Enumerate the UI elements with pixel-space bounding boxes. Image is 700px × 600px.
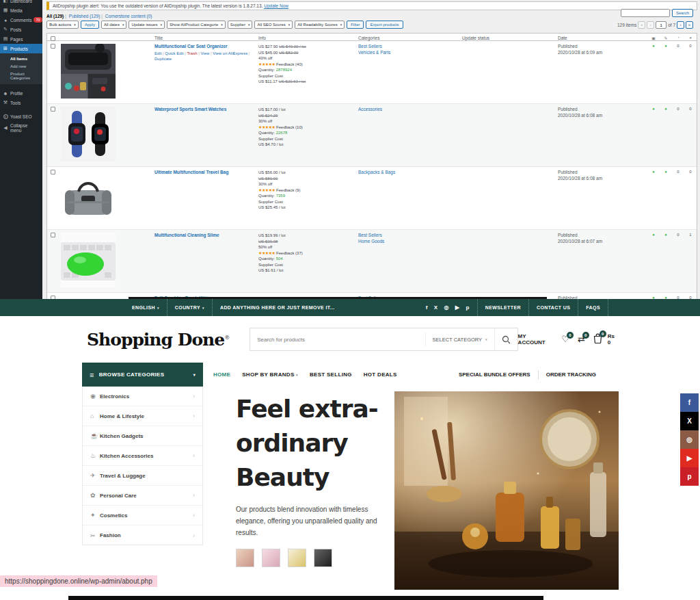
product-thumbnail[interactable] [61, 107, 116, 161]
faqs-link[interactable]: FAQS [586, 305, 600, 310]
youtube-icon[interactable]: ▶ [455, 304, 460, 311]
nav-order-tracking[interactable]: ORDER TRACKING [546, 371, 596, 378]
supplier-select[interactable]: Supplier▾ [228, 21, 253, 29]
products-search-input[interactable] [621, 9, 670, 17]
category-item-cosmetics[interactable]: ✦Cosmetics› [83, 506, 202, 525]
category-item-travel-luggage[interactable]: ✈Travel & Luggage [83, 466, 202, 486]
category-item-fashion[interactable]: ✂Fashion› [83, 525, 202, 545]
sidebar-item-products[interactable]: ⊞ Products [0, 44, 42, 53]
nav-shop-by-brands[interactable]: SHOP BY BRANDS ▾ [242, 371, 298, 378]
nav-home[interactable]: HOME [213, 371, 230, 378]
bulk-actions-select[interactable]: Bulk actions▾ [46, 21, 79, 29]
my-account-link[interactable]: MY ACCOUNT [518, 333, 554, 345]
select-all-checkbox[interactable] [51, 36, 55, 41]
nav-best-selling[interactable]: BEST SELLING [310, 371, 352, 378]
export-products-button[interactable]: Export products [366, 21, 403, 29]
prev-page-button[interactable]: ‹ [647, 21, 654, 29]
sidebar-item-media[interactable]: ▦ Media [0, 5, 42, 15]
col-title[interactable]: Title [154, 36, 258, 40]
cart-button[interactable]: 0 [593, 333, 602, 345]
sidebar-item-posts[interactable]: ✎ Posts [0, 25, 42, 34]
submenu-product-categories[interactable]: Product Categories [0, 70, 42, 81]
sidebar-item-yoast-seo[interactable]: Y Yoast SEO [0, 112, 42, 121]
language-select[interactable]: ENGLISH▾ [132, 305, 159, 310]
instagram-icon[interactable]: ◎ [680, 430, 699, 449]
instagram-icon[interactable]: ◎ [444, 304, 448, 311]
sidebar-item-profile[interactable]: ☻ Profile [0, 89, 42, 98]
duplicate-link[interactable]: Duplicate [154, 57, 172, 61]
sidebar-item-tools[interactable]: ⚒ Tools [0, 98, 42, 107]
product-title-link[interactable]: Ultimate Multifunctional Travel Bag [154, 170, 228, 175]
pinterest-icon[interactable]: p [680, 467, 699, 486]
newsletter-link[interactable]: NEWSLETTER [485, 305, 521, 310]
product-thumbnail[interactable] [61, 44, 116, 99]
category-item-electronics[interactable]: ◉Electronics› [83, 387, 202, 406]
youtube-icon[interactable]: ▶ [680, 449, 699, 467]
submenu-add-new[interactable]: Add new [0, 62, 42, 70]
dates-select[interactable]: All dates▾ [101, 21, 127, 29]
category-link[interactable]: Vehicles & Parts [358, 50, 462, 56]
product-title-link[interactable]: Waterproof Sports Smart Watches [154, 107, 226, 112]
submenu-all-items[interactable]: All Items [0, 55, 42, 62]
country-select[interactable]: COUNTRY▾ [175, 305, 204, 310]
product-title-link[interactable]: Multifunctional Cleaning Slime [154, 233, 219, 238]
sidebar-item-comments[interactable]: ● Comments 70 [0, 15, 42, 25]
hero-thumbnail[interactable] [236, 549, 254, 567]
category-item-kitchen-accessories[interactable]: ♨Kitchen Accessories› [83, 446, 202, 466]
product-thumbnail[interactable] [61, 170, 116, 224]
product-thumbnail[interactable] [61, 233, 116, 287]
view-all-link[interactable]: All (129) [46, 14, 64, 18]
search-button[interactable]: Search [672, 9, 693, 17]
category-item-personal-care[interactable]: ✿Personal Care› [83, 486, 202, 506]
category-link[interactable]: Best Sellers [358, 44, 462, 50]
shop-logo[interactable]: Shopping Done® [87, 330, 229, 350]
facebook-icon[interactable]: f [426, 304, 428, 311]
category-link[interactable]: Backpacks & Bags [358, 170, 462, 176]
update-now-link[interactable]: Update Now [264, 3, 288, 8]
view-link[interactable]: View [200, 51, 209, 55]
quick-edit-link[interactable]: Quick Edit [165, 51, 183, 55]
product-title-link[interactable]: Multifunctional Car Seat Organizer [154, 44, 228, 49]
browse-categories-button[interactable]: ≡ BROWSE CATEGORIES ▾ [82, 363, 203, 387]
contact-us-link[interactable]: CONTACT US [537, 305, 570, 310]
category-select[interactable]: SELECT CATEGORY▾ [425, 332, 494, 345]
sidebar-item-dashboard[interactable]: ◧ Dashboard [0, 0, 42, 5]
sidebar-item-collapse-menu[interactable]: ◀ Collapse menu [0, 121, 42, 135]
edit-link[interactable]: Edit [154, 51, 161, 55]
compare-button[interactable]: ⇄0 [578, 335, 585, 344]
row-checkbox[interactable] [51, 107, 55, 112]
x-icon[interactable]: X [434, 304, 438, 311]
category-link[interactable]: Home Goods [358, 239, 462, 245]
x-icon[interactable]: X [680, 412, 699, 430]
apply-button[interactable]: Apply [81, 21, 99, 29]
view-published-link[interactable]: Published (129) [69, 14, 100, 18]
seo-scores-select[interactable]: All SEO Scores▾ [254, 21, 293, 29]
category-link[interactable]: Accessories [358, 107, 462, 113]
category-link[interactable]: Best Sellers [358, 233, 462, 239]
pinterest-icon[interactable]: p [466, 304, 469, 311]
hero-thumbnail[interactable] [262, 549, 280, 567]
nav-special-bundle-offers[interactable]: SPECIAL BUNDLE OFFERS [459, 371, 530, 378]
aliproduct-categories-select[interactable]: Show AliProduct Categorie▾ [167, 21, 226, 29]
filter-button[interactable]: Filter [347, 21, 364, 29]
current-page-input[interactable] [656, 21, 667, 29]
facebook-icon[interactable]: f [680, 393, 699, 412]
last-page-button[interactable]: » [686, 21, 693, 29]
update-issues-select[interactable]: Update issues▾ [129, 21, 165, 29]
search-submit-button[interactable] [494, 328, 517, 350]
view-cornerstone-link[interactable]: Cornerstone content (0) [105, 14, 152, 18]
readability-scores-select[interactable]: All Readability Scores▾ [295, 21, 345, 29]
hero-thumbnail[interactable] [288, 549, 306, 567]
sidebar-item-pages[interactable]: ▤ Pages [0, 34, 42, 44]
product-search-input[interactable] [250, 328, 425, 350]
row-checkbox[interactable] [51, 233, 55, 237]
row-checkbox[interactable] [51, 44, 55, 49]
first-page-button[interactable]: « [638, 21, 645, 29]
trash-link[interactable]: Trash [187, 51, 197, 55]
wishlist-button[interactable]: ♡0 [561, 335, 569, 344]
row-checkbox[interactable] [51, 170, 55, 174]
nav-hot-deals[interactable]: HOT DEALS [364, 371, 397, 378]
col-date[interactable]: Date [558, 36, 647, 40]
hero-thumbnail[interactable] [314, 549, 332, 567]
category-item-home-lifestyle[interactable]: ⌂Home & Lifestyle› [83, 406, 202, 426]
